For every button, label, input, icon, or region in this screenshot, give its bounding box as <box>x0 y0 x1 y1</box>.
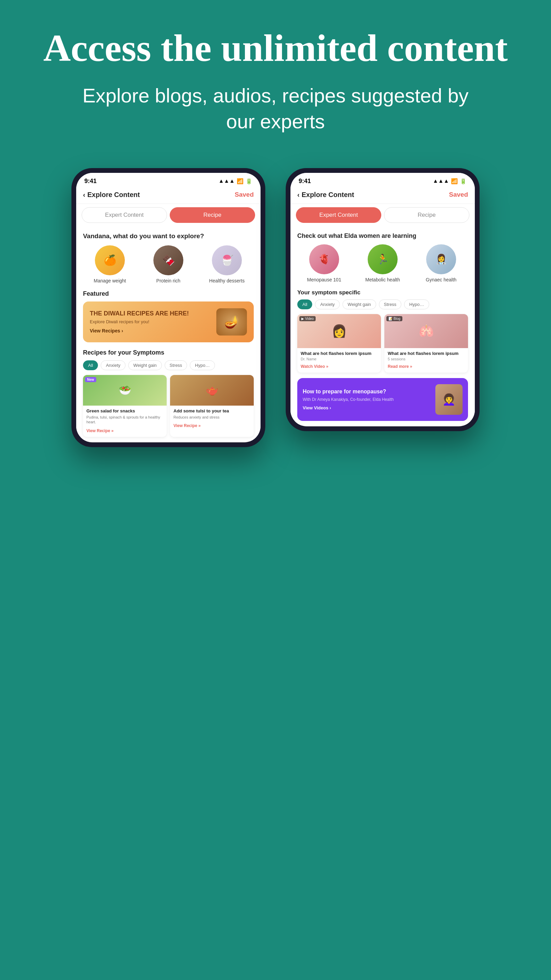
gynaec-icon: 👩‍⚕️ <box>435 253 447 265</box>
blog-label: Blog <box>394 317 400 321</box>
category-label-weight: Manage weight <box>94 278 126 283</box>
status-bar-right: 9:41 ▲▲▲ 📶 🔋 <box>291 173 475 188</box>
tab-expert-content-right[interactable]: Expert Content <box>296 207 381 223</box>
promo-banner[interactable]: How to prepare for menopause? With Dr Am… <box>297 378 468 421</box>
category-healthy-desserts[interactable]: 🍧 Healthy desserts <box>200 245 254 283</box>
category-circle-metabolic: 🏃 <box>368 244 398 274</box>
filter-chips-left: All Anxiety Weight gain Stress Hypo… <box>83 360 254 370</box>
status-icons-left: ▲▲▲ 📶 🔋 <box>218 178 252 185</box>
content-card-link-video[interactable]: Watch Video » <box>301 364 328 369</box>
phone-left-screen: 9:41 ▲▲▲ 📶 🔋 ‹ Explore Content Saved Exp… <box>76 173 260 442</box>
menopause-icon: 🫀 <box>318 253 330 265</box>
promo-text: How to prepare for menopause? With Dr Am… <box>303 388 394 410</box>
chip-weight-gain-left[interactable]: Weight gain <box>128 360 162 370</box>
content-card-img-blog: 🫁 📝 Blog <box>384 314 468 348</box>
category-manage-weight[interactable]: 🍊 Manage weight <box>83 245 137 283</box>
hero-subtitle: Explore blogs, audios, recipes suggested… <box>71 83 480 134</box>
chip-weight-gain-right[interactable]: Weight gain <box>343 299 376 309</box>
chip-stress-left[interactable]: Stress <box>165 360 187 370</box>
protein-icon: 🍫 <box>162 254 175 266</box>
recipe-card-salad[interactable]: 🥗 New Green salad for snacks Pudina, tul… <box>83 375 167 437</box>
category-circle-dessert: 🍧 <box>212 245 242 275</box>
category-circle-protein: 🍫 <box>153 245 183 275</box>
category-menopause[interactable]: 🫀 Menopause 101 <box>297 244 351 282</box>
status-bar-left: 9:41 ▲▲▲ 📶 🔋 <box>76 173 260 188</box>
new-badge: New <box>85 377 96 382</box>
tab-expert-content-left[interactable]: Expert Content <box>82 207 167 223</box>
filter-chips-right: All Anxiety Weight gain Stress Hypo… <box>297 299 468 309</box>
signal-icon-right: ▲▲▲ <box>433 178 449 184</box>
back-button-right[interactable]: ‹ Explore Content <box>297 191 354 199</box>
saved-button-right[interactable]: Saved <box>449 191 468 198</box>
content-card-meta-video: Dr. Name <box>301 357 378 361</box>
signal-icon-left: ▲▲▲ <box>218 178 235 184</box>
phone-left: 9:41 ▲▲▲ 📶 🔋 ‹ Explore Content Saved Exp… <box>71 168 265 447</box>
banner-main-title: THE DIWALI RECIPES ARE HERE! <box>90 310 189 318</box>
content-card-title-blog: What are hot flashes lorem ipsum <box>388 351 465 356</box>
tab-recipe-left[interactable]: Recipe <box>170 207 255 223</box>
time-right: 9:41 <box>299 178 311 185</box>
nav-title-right: Explore Content <box>302 191 354 199</box>
back-chevron-right: ‹ <box>297 191 300 199</box>
battery-icon-right: 🔋 <box>460 178 467 185</box>
promo-link[interactable]: View Videos › <box>303 405 331 410</box>
banner-text-left: THE DIWALI RECIPES ARE HERE! Explore Diw… <box>90 310 189 334</box>
nav-title-left: Explore Content <box>87 191 140 199</box>
content-card-title-video: What are hot flashes lorem ipsum <box>301 351 378 356</box>
screen-content-left: Vandana, what do you want to explore? 🍊 … <box>76 228 260 442</box>
play-icon: ▶ <box>301 317 304 321</box>
content-card-img-video: 👩 ▶ Video <box>297 314 381 348</box>
recipe-card-body-tea: Add some tulsi to your tea Reduces anxie… <box>170 406 254 432</box>
chip-all-left[interactable]: All <box>83 360 98 370</box>
chip-hypo-left[interactable]: Hypo… <box>190 360 214 370</box>
banner-image: 🪔 <box>216 308 247 336</box>
category-gynaec[interactable]: 👩‍⚕️ Gynaec health <box>414 244 468 282</box>
hero-title: Access the unlimited content <box>43 27 508 69</box>
recipe-card-img-tea: 🫖 <box>170 375 254 406</box>
chip-all-right[interactable]: All <box>297 299 312 309</box>
recipe-card-title-salad: Green salad for snacks <box>86 408 163 414</box>
chip-anxiety-left[interactable]: Anxiety <box>101 360 125 370</box>
wifi-icon-right: 📶 <box>451 178 458 185</box>
metabolic-icon: 🏃 <box>377 253 389 265</box>
phone-right: 9:41 ▲▲▲ 📶 🔋 ‹ Explore Content Saved Exp… <box>286 168 480 431</box>
screen-content-right: Check out what Elda women are learning 🫀… <box>291 228 475 426</box>
chip-stress-right[interactable]: Stress <box>379 299 402 309</box>
recipe-card-tea[interactable]: 🫖 Add some tulsi to your tea Reduces anx… <box>170 375 254 437</box>
check-out-text: Check out what Elda women are learning <box>297 232 468 240</box>
status-icons-right: ▲▲▲ 📶 🔋 <box>433 178 467 185</box>
wifi-icon-left: 📶 <box>237 178 243 185</box>
banner-link[interactable]: View Recipes › <box>90 328 123 334</box>
content-card-link-blog[interactable]: Read more » <box>388 364 412 369</box>
video-thumbnail-icon: 👩 <box>332 324 347 338</box>
promo-avatar: 👩‍🦱 <box>435 384 462 415</box>
content-card-video[interactable]: 👩 ▶ Video What are hot flashes lorem ips… <box>297 314 381 372</box>
category-label-metabolic: Metabolic health <box>365 277 400 282</box>
saved-button-left[interactable]: Saved <box>235 191 254 198</box>
tea-image: 🫖 <box>170 375 254 406</box>
promo-title: How to prepare for menopause? <box>303 388 394 395</box>
tab-bar-left: Expert Content Recipe <box>76 204 260 228</box>
blog-icon: 📝 <box>388 317 392 321</box>
category-protein-rich[interactable]: 🍫 Protein rich <box>141 245 195 283</box>
chip-anxiety-right[interactable]: Anxiety <box>315 299 340 309</box>
weight-icon: 🍊 <box>104 254 116 266</box>
categories-row-left: 🍊 Manage weight 🍫 Protein rich 🍧 <box>83 245 254 283</box>
tab-recipe-right[interactable]: Recipe <box>384 207 469 223</box>
category-metabolic[interactable]: 🏃 Metabolic health <box>356 244 410 282</box>
content-card-blog[interactable]: 🫁 📝 Blog What are hot flashes lorem ipsu… <box>384 314 468 372</box>
recipe-card-title-tea: Add some tulsi to your tea <box>173 408 250 414</box>
content-cards-row: 👩 ▶ Video What are hot flashes lorem ips… <box>297 314 468 372</box>
recipe-card-link-salad[interactable]: View Recipe » <box>86 428 114 433</box>
back-button-left[interactable]: ‹ Explore Content <box>83 191 140 199</box>
recipe-card-body-salad: Green salad for snacks Pudina, tulsi, sp… <box>83 406 167 437</box>
blog-type-badge: 📝 Blog <box>386 316 402 321</box>
content-card-body-video: What are hot flashes lorem ipsum Dr. Nam… <box>297 348 381 372</box>
phone-right-screen: 9:41 ▲▲▲ 📶 🔋 ‹ Explore Content Saved Exp… <box>291 173 475 426</box>
category-label-menopause: Menopause 101 <box>307 277 341 282</box>
category-label-gynaec: Gynaec health <box>426 277 456 282</box>
recipe-card-img-salad: 🥗 New <box>83 375 167 406</box>
chip-hypo-right[interactable]: Hypo… <box>404 299 429 309</box>
featured-banner-left[interactable]: THE DIWALI RECIPES ARE HERE! Explore Diw… <box>83 301 254 342</box>
recipe-card-link-tea[interactable]: View Recipe » <box>173 423 201 428</box>
